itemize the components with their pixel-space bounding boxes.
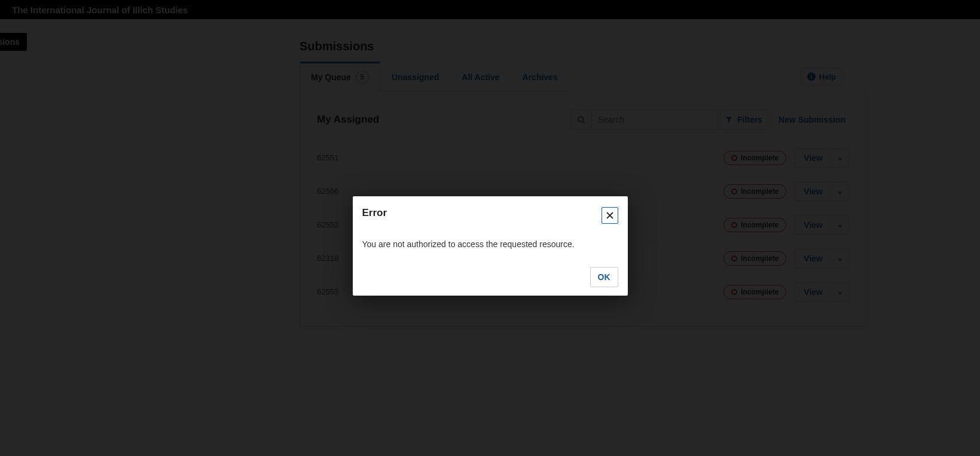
close-button[interactable] (602, 207, 618, 224)
modal-title: Error (362, 207, 387, 219)
ok-button[interactable]: OK (590, 267, 618, 287)
modal-message: You are not authorized to access the req… (362, 224, 618, 267)
close-icon (606, 212, 613, 219)
error-modal: Error You are not authorized to access t… (353, 196, 628, 296)
